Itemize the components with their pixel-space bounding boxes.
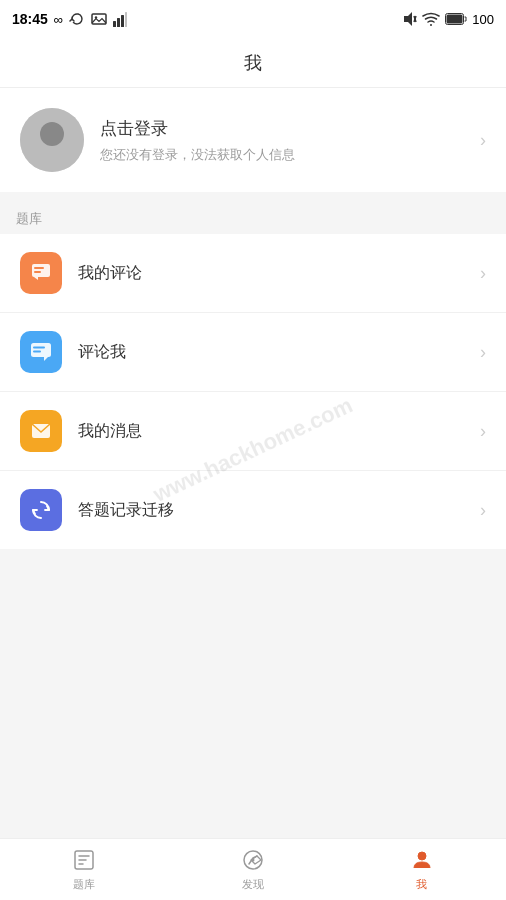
image-icon — [91, 11, 107, 27]
svg-rect-19 — [33, 347, 45, 349]
menu-item-left: 答题记录迁移 — [20, 489, 174, 531]
migration-label: 答题记录迁移 — [78, 500, 174, 521]
section-label: 题库 — [16, 211, 42, 226]
signal-icon — [113, 11, 127, 27]
discover-tab-icon — [240, 847, 266, 873]
login-text: 点击登录 — [100, 117, 295, 140]
tab-bar: 题库 发现 我 — [0, 838, 506, 900]
message-icon — [30, 420, 52, 442]
svg-rect-4 — [121, 15, 124, 27]
svg-point-29 — [252, 859, 255, 862]
transfer-icon — [30, 499, 52, 521]
migration-chevron: › — [480, 500, 486, 521]
menu-item-left: 我的评论 — [20, 252, 142, 294]
status-time: 18:45 — [12, 11, 48, 27]
svg-rect-5 — [125, 12, 127, 27]
menu-item-migration[interactable]: 答题记录迁移 › — [0, 471, 506, 549]
svg-rect-16 — [34, 271, 41, 273]
svg-marker-17 — [34, 277, 38, 280]
menu-section: 我的评论 › 评论我 › — [0, 234, 506, 549]
my-messages-icon — [20, 410, 62, 452]
status-left: 18:45 ∞ — [12, 11, 127, 27]
svg-rect-11 — [447, 15, 463, 24]
tab-discover[interactable]: 发现 — [169, 847, 338, 892]
infinite-icon: ∞ — [54, 12, 63, 27]
wifi-icon — [422, 12, 440, 26]
comment-me-icon — [20, 331, 62, 373]
avatar-icon — [20, 108, 84, 172]
svg-rect-18 — [31, 343, 51, 357]
menu-item-left: 评论我 — [20, 331, 126, 373]
svg-rect-20 — [33, 351, 41, 353]
svg-rect-0 — [92, 14, 106, 24]
chat-icon — [30, 341, 52, 363]
my-messages-chevron: › — [480, 421, 486, 442]
tab-me[interactable]: 我 — [337, 847, 506, 892]
page-header: 我 — [0, 38, 506, 88]
menu-item-my-messages[interactable]: 我的消息 › — [0, 392, 506, 471]
avatar — [20, 108, 84, 172]
profile-section[interactable]: 点击登录 您还没有登录，没法获取个人信息 › — [0, 88, 506, 200]
my-messages-label: 我的消息 — [78, 421, 142, 442]
svg-marker-6 — [404, 12, 412, 26]
migration-icon — [20, 489, 62, 531]
profile-hint: 您还没有登录，没法获取个人信息 — [100, 146, 295, 164]
comment-icon — [30, 262, 52, 284]
comment-me-label: 评论我 — [78, 342, 126, 363]
my-comments-label: 我的评论 — [78, 263, 142, 284]
svg-point-9 — [430, 24, 432, 26]
page-title: 我 — [244, 51, 262, 75]
status-bar: 18:45 ∞ — [0, 0, 506, 38]
svg-rect-2 — [113, 21, 116, 27]
section-header: 题库 — [0, 200, 506, 234]
me-tab-label: 我 — [416, 877, 427, 892]
my-comments-icon — [20, 252, 62, 294]
profile-left: 点击登录 您还没有登录，没法获取个人信息 — [20, 108, 295, 172]
menu-item-left: 我的消息 — [20, 410, 142, 452]
status-right: 100 — [403, 11, 494, 27]
svg-rect-14 — [32, 264, 50, 277]
battery-level: 100 — [472, 12, 494, 27]
tiku-tab-label: 题库 — [73, 877, 95, 892]
svg-point-13 — [40, 122, 64, 146]
tiku-tab-icon — [71, 847, 97, 873]
menu-item-my-comments[interactable]: 我的评论 › — [0, 234, 506, 313]
profile-info: 点击登录 您还没有登录，没法获取个人信息 — [100, 117, 295, 164]
mute-icon — [403, 11, 417, 27]
profile-chevron: › — [480, 130, 486, 151]
svg-rect-3 — [117, 18, 120, 27]
me-tab-icon — [409, 847, 435, 873]
svg-point-30 — [418, 852, 426, 860]
comment-me-chevron: › — [480, 342, 486, 363]
rotate-icon — [69, 11, 85, 27]
discover-tab-label: 发现 — [242, 877, 264, 892]
svg-marker-21 — [44, 357, 48, 361]
tab-tiku[interactable]: 题库 — [0, 847, 169, 892]
battery-icon — [445, 13, 467, 25]
my-comments-chevron: › — [480, 263, 486, 284]
svg-rect-15 — [34, 267, 44, 269]
menu-item-comment-me[interactable]: 评论我 › — [0, 313, 506, 392]
